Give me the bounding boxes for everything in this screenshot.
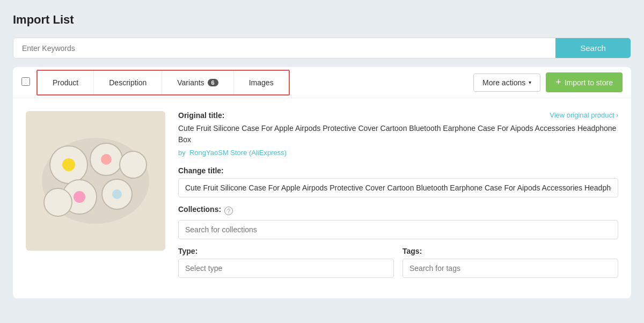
tab-product-label: Product: [53, 78, 78, 87]
type-field-group: Type:: [178, 247, 394, 285]
product-image: [26, 111, 165, 251]
tab-description[interactable]: Description: [94, 71, 162, 94]
import-to-store-button[interactable]: + Import to store: [546, 72, 623, 92]
tags-input[interactable]: [402, 259, 618, 278]
help-icon[interactable]: ?: [224, 207, 233, 215]
chevron-down-icon: ▾: [529, 79, 531, 85]
collections-label: Collections:: [178, 205, 221, 214]
store-prefix: by: [178, 149, 186, 157]
plus-icon: +: [555, 77, 561, 88]
select-checkbox[interactable]: [21, 77, 30, 86]
tabs-header: Product Description Variants 6 Images Mo…: [13, 67, 631, 98]
collections-label-row: Collections: ?: [178, 205, 618, 217]
product-details: Original title: View original product › …: [178, 111, 618, 285]
arrow-right-icon: ›: [616, 111, 618, 119]
search-button[interactable]: Search: [555, 38, 631, 58]
tags-label: Tags:: [402, 247, 618, 255]
store-name[interactable]: RongYaoSM Store (AliExpress): [189, 149, 287, 157]
change-title-input[interactable]: [178, 178, 618, 197]
tab-images-label: Images: [249, 78, 274, 87]
import-label: Import to store: [565, 78, 613, 87]
view-original-label: View original product: [550, 111, 614, 119]
more-actions-label: More actions: [482, 78, 525, 87]
type-label: Type:: [178, 247, 394, 255]
search-input[interactable]: [13, 38, 555, 58]
tabs-actions: More actions ▾ + Import to store: [473, 67, 623, 98]
page-title: Import List: [13, 13, 631, 27]
tags-field-group: Tags:: [402, 247, 618, 285]
view-original-link[interactable]: View original product ›: [550, 111, 618, 119]
tab-images[interactable]: Images: [234, 71, 289, 94]
tab-variants[interactable]: Variants 6: [162, 71, 233, 94]
tabs-bordered: Product Description Variants 6 Images: [36, 70, 290, 96]
tab-description-label: Description: [109, 78, 147, 87]
search-bar: Search: [13, 38, 631, 58]
tab-variants-label: Variants: [177, 78, 204, 87]
product-image-placeholder: [26, 111, 165, 251]
collections-input[interactable]: [178, 220, 618, 239]
product-card: Product Description Variants 6 Images Mo…: [13, 67, 631, 298]
tab-product[interactable]: Product: [38, 71, 94, 94]
change-title-label: Change title:: [178, 166, 618, 175]
original-title-row: Original title: View original product ›: [178, 111, 618, 120]
more-actions-button[interactable]: More actions ▾: [473, 74, 540, 92]
original-title-label: Original title:: [178, 111, 224, 120]
product-select-checkbox[interactable]: [21, 77, 30, 87]
product-body: Original title: View original product › …: [13, 98, 631, 298]
type-input[interactable]: [178, 259, 394, 278]
product-title-text: Cute Fruit Silicone Case For Apple Airpo…: [178, 123, 618, 145]
type-tags-row: Type: Tags:: [178, 247, 618, 285]
store-link[interactable]: by RongYaoSM Store (AliExpress): [178, 149, 618, 157]
variants-badge: 6: [208, 79, 218, 86]
